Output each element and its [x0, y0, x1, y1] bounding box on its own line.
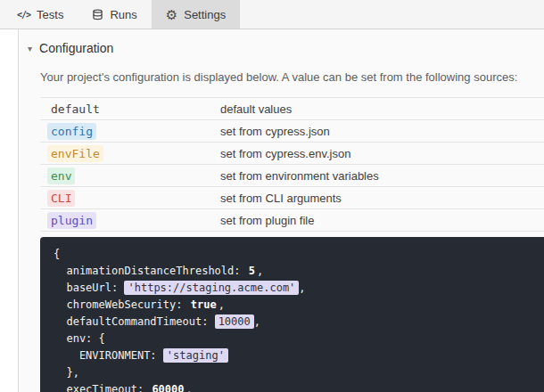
source-badge: CLI: [47, 190, 75, 207]
source-description: set from plugin file: [213, 209, 544, 232]
source-badge: env: [47, 167, 75, 184]
source-description: set from cypress.json: [213, 120, 544, 143]
source-description: default values: [213, 98, 544, 120]
tab-runs-label: Runs: [110, 8, 136, 21]
source-row: CLIset from CLI arguments: [40, 187, 544, 209]
code-line: chromeWebSecurity: true,: [54, 297, 531, 314]
code-text: ,: [257, 265, 263, 277]
source-row: pluginset from plugin file: [40, 209, 544, 232]
database-icon: [92, 9, 103, 20]
source-row: defaultdefault values: [40, 98, 544, 120]
sources-table-body: defaultdefault valuesconfigset from cypr…: [40, 98, 544, 232]
config-value-highlighted[interactable]: 10000: [215, 314, 254, 329]
gear-icon: ⚙: [166, 8, 177, 21]
code-icon: </>: [17, 10, 30, 20]
tab-settings-label: Settings: [184, 8, 226, 21]
config-code: { animationDistanceThreshold: 5, baseUrl…: [40, 237, 544, 392]
code-text: },: [54, 366, 79, 379]
source-description: set from CLI arguments: [213, 187, 544, 209]
code-line: animationDistanceThreshold: 5,: [54, 263, 531, 280]
source-name-cell: CLI: [40, 187, 213, 209]
source-row: envFileset from cypress.env.json: [40, 143, 544, 165]
config-sources-table: defaultdefault valuesconfigset from cypr…: [40, 97, 544, 232]
config-value: true: [189, 298, 218, 311]
source-name-cell: envFile: [40, 143, 213, 165]
code-line: ENVIRONMENT: 'staging': [54, 347, 531, 364]
config-value: 60000: [150, 383, 185, 392]
code-text: env: {: [54, 332, 105, 345]
tab-settings[interactable]: ⚙ Settings: [152, 0, 240, 29]
source-badge: plugin: [47, 212, 96, 229]
config-value-highlighted[interactable]: 'https://staging.acme.com': [124, 281, 299, 295]
source-badge: default: [47, 101, 103, 118]
source-description: set from cypress.env.json: [213, 143, 544, 165]
code-text: animationDistanceThreshold:: [54, 265, 247, 277]
source-name-cell: env: [40, 165, 213, 187]
code-line: defaultCommandTimeout: 10000,: [54, 314, 531, 331]
code-text: ,: [186, 383, 193, 392]
config-value: 5: [247, 265, 257, 277]
code-text: ENVIRONMENT:: [54, 349, 163, 362]
source-name-cell: plugin: [40, 209, 213, 232]
code-line: },: [54, 364, 531, 381]
code-line: env: {: [54, 331, 531, 347]
code-text: ,: [254, 315, 260, 328]
code-text: {: [54, 248, 60, 260]
section-title: Configuration: [39, 41, 113, 55]
configuration-section-header[interactable]: ▾ Configuration: [28, 41, 544, 55]
source-name-cell: config: [40, 120, 213, 143]
source-row: configset from cypress.json: [40, 120, 544, 143]
code-line: baseUrl: 'https://staging.acme.com',: [54, 280, 531, 297]
section-description: Your project's configuration is displaye…: [40, 70, 544, 84]
tab-bar: </> Tests Runs ⚙ Settings: [0, 0, 544, 29]
code-line: execTimeout: 60000,: [54, 381, 531, 392]
source-badge: config: [47, 123, 96, 140]
chevron-down-icon: ▾: [28, 44, 32, 53]
code-text: chromeWebSecurity:: [54, 298, 189, 311]
source-name-cell: default: [40, 98, 213, 120]
source-badge: envFile: [47, 145, 103, 162]
settings-panel: ▾ Configuration Your project's configura…: [18, 29, 544, 392]
source-description: set from environment variables: [213, 165, 544, 187]
tab-tests[interactable]: </> Tests: [3, 0, 78, 29]
config-value-highlighted[interactable]: 'staging': [163, 348, 228, 363]
code-text: defaultCommandTimeout:: [54, 315, 215, 328]
tab-runs[interactable]: Runs: [78, 0, 151, 29]
code-text: execTimeout:: [54, 383, 150, 392]
code-text: ,: [299, 282, 305, 294]
code-text: baseUrl:: [54, 282, 124, 294]
source-row: envset from environment variables: [40, 165, 544, 187]
code-line: {: [54, 246, 531, 263]
code-text: ,: [218, 298, 225, 311]
tab-tests-label: Tests: [37, 8, 63, 21]
